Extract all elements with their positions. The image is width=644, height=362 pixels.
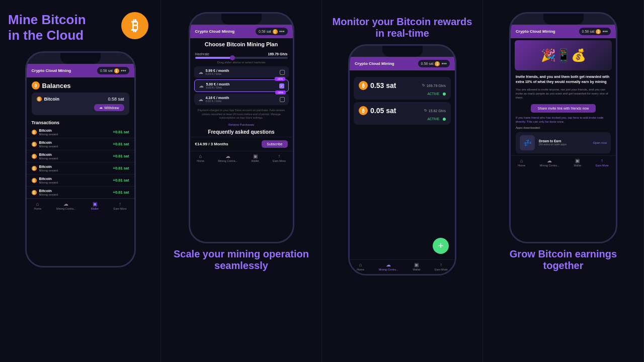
plan-check-2[interactable] [280,97,285,102]
plan-sub-1: 0.03 € / Gh/s [206,86,230,89]
phone-frame-3: Crypto Cloud Mining 0.58 sat ₿ ••• ₿ 0.5… [348,44,456,276]
tx-amount-4: +0.01 sat [113,178,129,183]
tx-name-4: Bitcoin [39,176,58,181]
tx-name-2: Bitcoin [39,152,58,157]
panel4-headline: Grow Bitcoin earnings together [491,248,635,272]
active-text-1: ACTIVE [428,117,439,121]
open-app-button[interactable]: Open now [593,141,607,144]
plan-left-0: ☁ 5.99 € / month 0.04 € / Gh/s [198,69,229,75]
phone-screen-3: Crypto Cloud Mining 0.58 sat ₿ ••• ₿ 0.5… [350,57,455,274]
phone-screen-2: Crypto Cloud Mining 0.58 sat ₿ ••• Choos… [190,25,293,242]
balance-badge-1: 0.58 sat ₿ ••• [97,67,129,74]
nav-mining-2[interactable]: ☁ Mining Contra... [218,153,237,162]
plan-check-0[interactable] [280,70,285,75]
app-card-name: Dream to Earn [539,139,589,143]
plan-price-0: 5.99 € / month [206,69,229,72]
plan-check-1[interactable]: ✓ [279,83,284,88]
plan-card-0[interactable]: ☁ 5.99 € / month 0.04 € / Gh/s [194,66,289,78]
subscribe-button[interactable]: Subscribe [262,140,287,148]
panel2-headline: Scale your mining operation seamlessly [169,248,313,272]
tx-info-1: Bitcoin Mining reward [39,140,58,148]
nav-wallet-label-3: Wallet [413,268,420,271]
plan-price-2: 4.16 € / month [206,96,229,100]
plan-pricing-2: 4.16 € / month 0.02 € / Gh/s [206,96,229,103]
nav-wallet-label-2: Wallet [252,159,259,162]
fab-button[interactable]: + [433,238,449,254]
nav-wallet-4[interactable]: ▣ Wallet [574,158,581,167]
plan-list: ☁ 5.99 € / month 0.04 € / Gh/s -16% ☁ 5.… [190,66,293,105]
nav-home-2[interactable]: ⌂ Home [197,153,204,162]
nav-earn-3[interactable]: ↑ Earn More [435,262,448,271]
tx-left-0: ₿ Bitcoin Mining reward [32,128,58,136]
plan-pricing-1: 5.00 € / month 0.03 € / Gh/s [206,82,230,89]
tx-sub-0: Mining reward [39,133,58,136]
tx-name-1: Bitcoin [39,140,58,145]
nav-mining-1[interactable]: ☁ Mining Contra... [56,201,76,210]
panel-2: Crypto Cloud Mining 0.58 sat ₿ ••• Choos… [161,0,322,362]
slider-track[interactable] [195,57,288,59]
plan-sub-2: 0.02 € / Gh/s [206,100,229,103]
nav-earn-4[interactable]: ↑ Earn More [596,158,609,167]
tx-btc-dot-0: ₿ [32,130,37,135]
balance-badge-4: 0.58 sat ₿ ••• [579,28,611,35]
transactions-list: ₿ Bitcoin Mining reward +0.01 sat ₿ Bitc… [27,126,134,199]
withdraw-button[interactable]: ☁ Withdraw [94,104,124,111]
plan-badge-2: -30% [275,90,286,95]
nav-earn-1[interactable]: ↑ Earn More [114,201,127,210]
transaction-item-0: ₿ Bitcoin Mining reward +0.01 sat [27,126,134,138]
plan-card-2[interactable]: -30% ☁ 4.16 € / month 0.02 € / Gh/s [194,94,289,105]
tx-btc-dot-2: ₿ [32,154,37,159]
nav-home-3[interactable]: ⌂ Home [357,262,364,271]
hashrate-value: 169.79 Gh/s [268,52,288,56]
tx-left-5: ₿ Bitcoin Mining reward [32,189,58,196]
panel-4: Crypto Cloud Mining 0.58 sat ₿ ••• 🎉📱💰 I… [483,0,644,362]
badge-text-2: 0.58 sat [259,30,271,33]
tx-sub-2: Mining reward [39,157,58,160]
balance-section: ₿ Balances ₿ Bitcoin 0.58 sat ☁ Withdraw [27,77,134,119]
nav-mining-label-4: Mining Contra... [540,164,559,167]
bitcoin-large-icon: ₿ [121,12,148,39]
nav-home-1[interactable]: ⌂ Home [34,201,41,210]
mining-icon-3: ☁ [386,262,391,267]
tx-sub-3: Mining reward [39,169,58,172]
phone-frame-2: Crypto Cloud Mining 0.58 sat ₿ ••• Choos… [189,12,294,243]
nav-home-4[interactable]: ⌂ Home [518,158,525,167]
faq-title: Frequently asked questions [190,127,293,137]
transactions-title: Transactions [27,119,134,126]
tx-left-3: ₿ Bitcoin Mining reward [32,164,58,172]
nav-wallet-2[interactable]: ▣ Wallet [252,153,259,162]
phone-notch-3 [382,46,423,57]
phone-notch-2 [221,14,262,25]
restore-link[interactable]: Restore Purchases [190,122,293,127]
app-title-4: Crypto Cloud Mining [516,29,555,34]
bitcoin-balance: 0.58 sat [108,97,124,102]
invite-illustration: 🎉📱💰 [515,40,612,70]
dots-menu-2[interactable]: ••• [279,29,285,34]
panel1-headline: Mine Bitcoin in the Cloud [8,12,86,43]
tx-name-5: Bitcoin [39,189,58,193]
tx-amount-1: +0.01 sat [113,142,129,146]
active-dot-0 [443,93,446,96]
dots-menu-3[interactable]: ••• [441,61,447,66]
dots-menu-1[interactable]: ••• [121,68,126,73]
dots-menu-4[interactable]: ••• [602,29,608,34]
active-text-0: ACTIVE [428,92,439,96]
nav-mining-3[interactable]: ☁ Mining Contra... [379,262,398,271]
tx-info-3: Bitcoin Mining reward [39,164,58,172]
app-header-3: Crypto Cloud Mining 0.58 sat ₿ ••• [350,57,455,70]
plan-left-2: ☁ 4.16 € / month 0.02 € / Gh/s [198,96,229,103]
earn-icon-2: ↑ [278,153,280,159]
app-title-2: Crypto Cloud Mining [195,29,235,34]
hashrate-row: Hashrate 169.79 Gh/s [190,50,293,57]
bottom-nav-2: ⌂ Home ☁ Mining Contra... ▣ Wallet ↑ Ear… [190,151,293,165]
home-icon-4: ⌂ [520,158,523,163]
nav-mining-4[interactable]: ☁ Mining Contra... [540,158,559,167]
nav-wallet-label-4: Wallet [574,164,581,167]
nav-earn-2[interactable]: ↑ Earn More [273,153,286,162]
earn-icon-1: ↑ [119,201,121,207]
nav-mining-label-2: Mining Contra... [218,159,237,162]
share-button[interactable]: Share invite link with friends now [531,104,596,113]
nav-wallet-1[interactable]: ▣ Wallet [91,201,99,210]
plan-card-1[interactable]: -16% ☁ 5.00 € / month 0.03 € / Gh/s ✓ [194,79,289,92]
nav-wallet-3[interactable]: ▣ Wallet [413,262,420,271]
